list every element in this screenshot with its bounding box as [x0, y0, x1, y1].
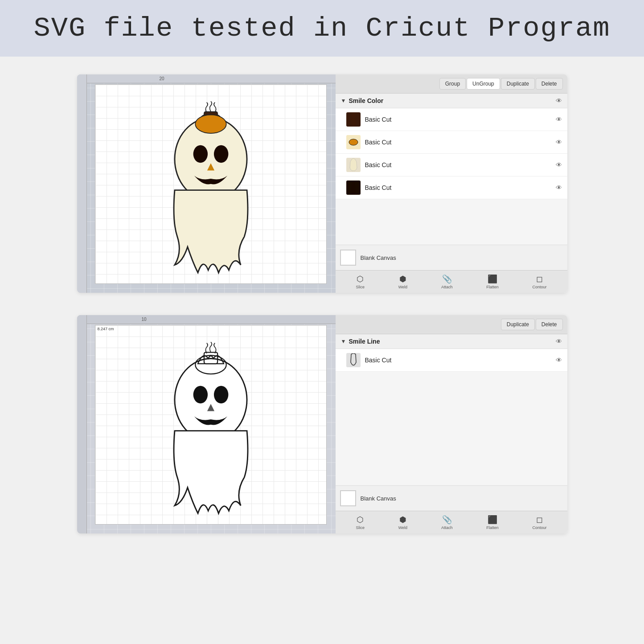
attach-tool-line[interactable]: 📎 Attach: [441, 515, 453, 530]
canvas-area-line: 10 8.247 cm ✕: [77, 315, 336, 533]
layer-item-3[interactable]: Basic Cut 👁: [336, 154, 567, 176]
layer-thumb-3: [346, 158, 361, 172]
visibility-icon-line-1[interactable]: 👁: [556, 357, 562, 364]
flatten-icon: ⬛: [488, 274, 497, 284]
weld-label: Weld: [398, 285, 407, 289]
slice-label: Slice: [356, 285, 365, 289]
weld-tool[interactable]: ⬢ Weld: [398, 274, 407, 289]
visibility-icon-3[interactable]: 👁: [556, 161, 562, 168]
layer-label-line-1: Basic Cut: [365, 357, 556, 364]
weld-label-line: Weld: [398, 525, 407, 530]
ruler-number-10: 10: [142, 317, 147, 322]
svg-point-2: [213, 145, 228, 163]
canvas-inner-line: 8.247 cm ✕: [95, 325, 327, 525]
visibility-icon-group[interactable]: 👁: [556, 97, 562, 104]
duplicate-button[interactable]: Duplicate: [501, 78, 535, 90]
attach-label: Attach: [441, 285, 453, 289]
layer-thumb-line-1: [346, 353, 361, 367]
canvas-grid-inner-line: 8.247 cm ✕: [95, 325, 326, 524]
screenshot-panel-color: 20 ✕: [77, 74, 567, 293]
weld-icon: ⬢: [399, 274, 406, 284]
svg-point-8: [349, 139, 358, 145]
header-banner: SVG file tested in Cricut Program: [0, 0, 644, 57]
ghost-color-image: [153, 87, 269, 283]
layer-item-line-1[interactable]: Basic Cut 👁: [336, 349, 567, 372]
panel-toolbar-line: Duplicate Delete: [336, 315, 567, 334]
contour-icon: ◻: [536, 274, 543, 284]
visibility-icon-4[interactable]: 👁: [556, 184, 562, 191]
screenshot-panel-line: 10 8.247 cm ✕: [77, 315, 567, 533]
visibility-icon-group-line[interactable]: 👁: [556, 338, 562, 345]
weld-icon-line: ⬢: [399, 515, 406, 525]
group-arrow-line-icon: ▼: [341, 338, 346, 345]
group-name-color: Smile Color: [349, 97, 555, 104]
svg-point-5: [195, 115, 226, 134]
contour-label-line: Contour: [533, 525, 547, 530]
panel-bottom-line: Blank Canvas: [336, 485, 567, 511]
delete-button[interactable]: Delete: [536, 78, 563, 90]
canvas-inner-color: ✕: [95, 84, 327, 284]
group-header-color: ▼ Smile Color 👁: [336, 94, 567, 108]
svg-point-10: [193, 386, 207, 403]
blank-canvas-label: Blank Canvas: [361, 254, 396, 261]
attach-icon: 📎: [442, 274, 452, 284]
group-header-line: ▼ Smile Line 👁: [336, 334, 567, 349]
flatten-tool[interactable]: ⬛ Flatten: [486, 274, 499, 289]
panel-spacer: [336, 199, 567, 245]
svg-point-11: [213, 386, 228, 403]
contour-icon-line: ◻: [536, 515, 543, 525]
layer-label-4: Basic Cut: [365, 184, 556, 191]
ruler-number-20: 20: [160, 76, 164, 81]
contour-tool-line[interactable]: ◻ Contour: [533, 515, 547, 530]
svg-point-7: [351, 118, 356, 125]
ungroup-button[interactable]: UnGroup: [467, 78, 500, 90]
duplicate-button-line[interactable]: Duplicate: [501, 319, 535, 330]
layer-label-2: Basic Cut: [365, 139, 556, 146]
canvas-grid-inner: ✕: [95, 85, 326, 283]
svg-point-1: [193, 145, 207, 163]
layers-panel-color: Group UnGroup Duplicate Delete ▼ Smile C…: [336, 74, 567, 293]
slice-label-line: Slice: [356, 525, 365, 530]
panel-toolbar-color: Group UnGroup Duplicate Delete: [336, 74, 567, 94]
layer-thumb-4: [346, 180, 361, 195]
panel-spacer-line: [336, 372, 567, 485]
delete-button-line[interactable]: Delete: [536, 319, 563, 330]
slice-tool-line[interactable]: ⬡ Slice: [356, 515, 365, 530]
layer-thumb-1: [346, 112, 361, 127]
slice-tool[interactable]: ⬡ Slice: [356, 274, 365, 289]
blank-canvas-label-line: Blank Canvas: [361, 495, 396, 502]
flatten-icon-line: ⬛: [488, 515, 497, 525]
size-label: 8.247 cm: [96, 326, 115, 332]
visibility-icon-2[interactable]: 👁: [556, 139, 562, 146]
layer-item-2[interactable]: Basic Cut 👁: [336, 131, 567, 154]
layer-label-3: Basic Cut: [365, 161, 556, 168]
slice-icon-line: ⬡: [357, 515, 364, 525]
page-wrapper: SVG file tested in Cricut Program 20 ✕: [0, 0, 644, 644]
group-button[interactable]: Group: [439, 78, 466, 90]
svg-point-9: [174, 358, 246, 441]
attach-tool[interactable]: 📎 Attach: [441, 274, 453, 289]
content-area: 20 ✕: [77, 74, 567, 533]
flatten-label-line: Flatten: [486, 525, 499, 530]
contour-tool[interactable]: ◻ Contour: [533, 274, 547, 289]
layer-item-4[interactable]: Basic Cut 👁: [336, 176, 567, 199]
layer-thumb-2: [346, 135, 361, 149]
blank-canvas-box-line: [340, 490, 356, 506]
weld-tool-line[interactable]: ⬢ Weld: [398, 515, 407, 530]
ghost-line-image: [153, 328, 269, 524]
visibility-icon-1[interactable]: 👁: [556, 116, 562, 123]
layer-label-1: Basic Cut: [365, 116, 556, 123]
blank-canvas-box: [340, 250, 356, 266]
panel-bottom-color: Blank Canvas: [336, 245, 567, 270]
flatten-tool-line[interactable]: ⬛ Flatten: [486, 515, 499, 530]
canvas-area-color: 20 ✕: [77, 74, 336, 293]
layers-panel-line: Duplicate Delete ▼ Smile Line 👁: [336, 315, 567, 533]
panel-footer-icons: ⬡ Slice ⬢ Weld 📎 Attach ⬛ Flatten: [336, 270, 567, 293]
svg-rect-6: [352, 113, 355, 117]
attach-icon-line: 📎: [442, 515, 452, 525]
panel-footer-icons-line: ⬡ Slice ⬢ Weld 📎 Attach ⬛ Flatten: [336, 511, 567, 533]
group-name-line: Smile Line: [349, 338, 555, 345]
layer-item-1[interactable]: Basic Cut 👁: [336, 108, 567, 131]
flatten-label: Flatten: [486, 285, 499, 289]
header-title: SVG file tested in Cricut Program: [34, 12, 611, 44]
